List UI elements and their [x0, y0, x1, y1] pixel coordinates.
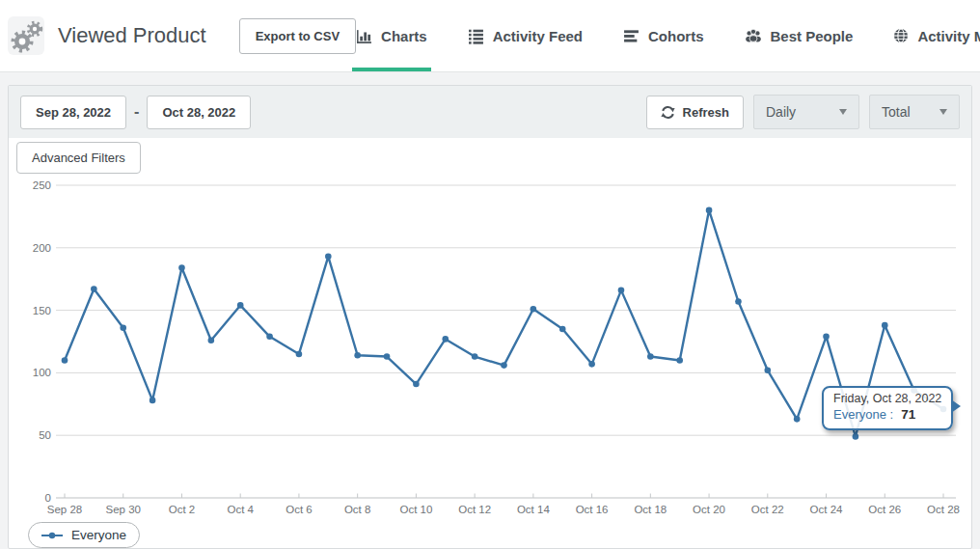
refresh-button[interactable]: Refresh [646, 96, 744, 129]
tooltip-value: 71 [901, 407, 915, 422]
data-point[interactable] [296, 351, 303, 358]
svg-text:Oct 22: Oct 22 [751, 504, 784, 515]
data-point[interactable] [882, 322, 888, 329]
interval-value: Daily [766, 104, 796, 120]
refresh-label: Refresh [683, 105, 729, 120]
svg-text:Oct 20: Oct 20 [693, 504, 725, 515]
data-point[interactable] [531, 306, 537, 313]
legend-label: Everyone [71, 528, 126, 542]
data-point[interactable] [735, 298, 742, 305]
bar-chart-icon [356, 28, 372, 44]
date-range: Sep 28, 2022 - Oct 28, 2022 [20, 96, 251, 129]
data-point[interactable] [150, 398, 156, 404]
data-point[interactable] [706, 207, 713, 214]
refresh-icon [661, 105, 675, 120]
data-point[interactable] [208, 337, 215, 343]
svg-text:Sep 28: Sep 28 [47, 504, 82, 515]
svg-text:Sep 30: Sep 30 [106, 504, 141, 515]
chart-tooltip: Friday, Oct 28, 2022 Everyone :71 [822, 386, 953, 430]
end-date-button[interactable]: Oct 28, 2022 [147, 96, 251, 129]
svg-text:Oct 10: Oct 10 [399, 504, 432, 515]
chart-area: 050100150200250Sep 28Sep 30Oct 2Oct 4Oct… [9, 179, 971, 548]
metric-select[interactable]: Total [869, 95, 960, 129]
data-point[interactable] [178, 264, 185, 271]
line-chart: 050100150200250Sep 28Sep 30Oct 2Oct 4Oct… [9, 179, 971, 519]
svg-text:Oct 8: Oct 8 [344, 504, 370, 515]
toolbar-right: Refresh Daily Total [646, 95, 960, 129]
globe-icon [893, 28, 909, 43]
tab-best-people[interactable]: Best People [745, 0, 854, 71]
tab-label: Activity Feed [493, 28, 583, 44]
svg-text:Oct 6: Oct 6 [286, 504, 312, 515]
active-tab-underline [352, 68, 431, 71]
svg-text:Oct 14: Oct 14 [517, 504, 550, 515]
tab-label: Best People [771, 28, 854, 44]
svg-text:100: 100 [33, 367, 51, 378]
legend-everyone[interactable]: Everyone [28, 522, 140, 548]
header: Viewed Product Export to CSV ChartsActiv… [0, 0, 980, 72]
data-point[interactable] [120, 324, 126, 331]
data-point[interactable] [588, 361, 595, 368]
data-point[interactable] [618, 288, 625, 294]
data-point[interactable] [765, 368, 772, 374]
date-range-separator: - [134, 103, 139, 121]
advanced-filters-button[interactable]: Advanced Filters [16, 142, 141, 174]
data-point[interactable] [325, 254, 332, 261]
tab-cohorts[interactable]: Cohorts [623, 0, 704, 71]
data-point[interactable] [794, 416, 801, 423]
header-tabs: ChartsActivity FeedCohortsBest PeopleAct… [356, 0, 980, 71]
svg-text:150: 150 [33, 305, 51, 316]
tooltip-series-label: Everyone : [833, 407, 893, 422]
page-title: Viewed Product [58, 23, 206, 48]
tooltip-row: Everyone :71 [833, 405, 941, 423]
data-point[interactable] [676, 357, 683, 364]
svg-text:Oct 26: Oct 26 [868, 504, 901, 515]
data-point[interactable] [62, 357, 68, 364]
legend-series-marker-icon [41, 531, 63, 540]
chevron-down-icon [939, 109, 947, 115]
data-point[interactable] [647, 353, 654, 360]
gears-icon [8, 16, 44, 55]
start-date-button[interactable]: Sep 28, 2022 [20, 96, 126, 129]
chart-section: Advanced Filters 050100150200250Sep 28Se… [9, 138, 971, 548]
tooltip-date: Friday, Oct 28, 2022 [833, 392, 941, 405]
data-point[interactable] [384, 353, 391, 360]
data-point[interactable] [853, 433, 859, 440]
report-toolbar: Sep 28, 2022 - Oct 28, 2022 Refresh [9, 86, 971, 138]
svg-text:Oct 24: Oct 24 [810, 504, 843, 515]
tab-label: Activity Map [917, 28, 980, 44]
svg-text:Oct 16: Oct 16 [576, 504, 609, 515]
main-content: Sep 28, 2022 - Oct 28, 2022 Refresh [0, 72, 980, 549]
tab-activity-map[interactable]: Activity Map [893, 0, 980, 71]
people-icon [745, 28, 762, 43]
data-point[interactable] [823, 334, 830, 341]
list-icon [468, 28, 484, 44]
svg-text:200: 200 [33, 242, 51, 254]
svg-text:50: 50 [39, 429, 51, 441]
data-point[interactable] [501, 362, 507, 369]
chevron-down-icon [839, 109, 847, 115]
metric-value: Total [882, 104, 911, 120]
data-point[interactable] [237, 302, 244, 309]
tab-activity-feed[interactable]: Activity Feed [468, 0, 583, 71]
export-csv-button[interactable]: Export to CSV [239, 18, 356, 54]
tab-charts[interactable]: Charts [356, 0, 427, 71]
data-point[interactable] [472, 353, 478, 360]
svg-text:Oct 2: Oct 2 [169, 504, 195, 515]
svg-text:Oct 4: Oct 4 [227, 504, 254, 515]
svg-text:Oct 18: Oct 18 [634, 504, 667, 515]
tab-label: Charts [381, 28, 427, 44]
svg-text:Oct 28: Oct 28 [927, 504, 960, 515]
data-point[interactable] [413, 381, 420, 388]
data-point[interactable] [354, 352, 361, 359]
tab-label: Cohorts [648, 28, 704, 44]
data-point[interactable] [442, 336, 449, 343]
rows-icon [623, 28, 640, 44]
data-point[interactable] [91, 286, 97, 292]
interval-select[interactable]: Daily [753, 95, 859, 129]
svg-text:250: 250 [33, 179, 51, 191]
svg-text:Oct 12: Oct 12 [458, 504, 491, 515]
data-point[interactable] [266, 334, 273, 341]
svg-text:0: 0 [45, 492, 51, 504]
data-point[interactable] [559, 326, 566, 333]
